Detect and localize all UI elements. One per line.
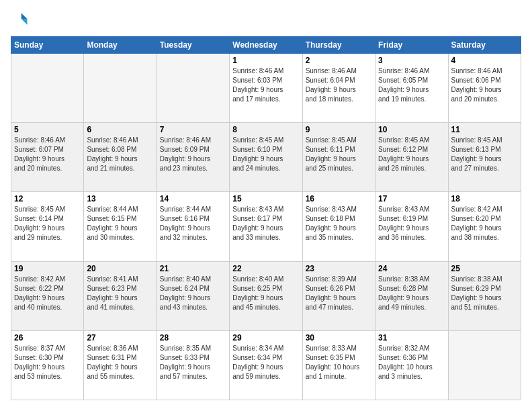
calendar-cell: 4Sunrise: 8:46 AM Sunset: 6:06 PM Daylig… — [448, 54, 521, 123]
day-number: 24 — [378, 264, 445, 273]
calendar-header-wednesday: Wednesday — [230, 37, 302, 54]
day-info: Sunrise: 8:46 AM Sunset: 6:04 PM Dayligh… — [306, 66, 372, 104]
day-info: Sunrise: 8:32 AM Sunset: 6:36 PM Dayligh… — [378, 344, 445, 381]
logo-icon — [11, 11, 30, 30]
page: SundayMondayTuesdayWednesdayThursdayFrid… — [0, 0, 532, 411]
calendar-cell — [11, 54, 84, 123]
day-info: Sunrise: 8:35 AM Sunset: 6:33 PM Dayligh… — [160, 344, 226, 381]
day-number: 8 — [232, 125, 299, 134]
day-info: Sunrise: 8:40 AM Sunset: 6:25 PM Dayligh… — [232, 275, 299, 312]
logo — [11, 11, 32, 30]
calendar-cell: 22Sunrise: 8:40 AM Sunset: 6:25 PM Dayli… — [230, 261, 302, 330]
calendar-cell: 9Sunrise: 8:45 AM Sunset: 6:11 PM Daylig… — [302, 123, 375, 192]
calendar-cell: 8Sunrise: 8:45 AM Sunset: 6:10 PM Daylig… — [230, 123, 302, 192]
day-number: 2 — [306, 56, 372, 65]
day-number: 16 — [306, 194, 372, 203]
calendar-cell: 6Sunrise: 8:46 AM Sunset: 6:08 PM Daylig… — [84, 123, 157, 192]
calendar-cell: 27Sunrise: 8:36 AM Sunset: 6:31 PM Dayli… — [84, 330, 157, 400]
day-info: Sunrise: 8:45 AM Sunset: 6:11 PM Dayligh… — [306, 136, 372, 173]
day-number: 11 — [451, 125, 518, 134]
calendar-header-monday: Monday — [84, 37, 157, 54]
day-info: Sunrise: 8:36 AM Sunset: 6:31 PM Dayligh… — [87, 344, 153, 381]
calendar-cell: 14Sunrise: 8:44 AM Sunset: 6:16 PM Dayli… — [157, 192, 229, 261]
day-info: Sunrise: 8:45 AM Sunset: 6:12 PM Dayligh… — [378, 136, 445, 173]
calendar-week-row: 19Sunrise: 8:42 AM Sunset: 6:22 PM Dayli… — [11, 261, 521, 330]
calendar-cell: 21Sunrise: 8:40 AM Sunset: 6:24 PM Dayli… — [157, 261, 229, 330]
calendar-cell: 23Sunrise: 8:39 AM Sunset: 6:26 PM Dayli… — [302, 261, 375, 330]
calendar-cell: 5Sunrise: 8:46 AM Sunset: 6:07 PM Daylig… — [11, 123, 84, 192]
calendar-cell — [84, 54, 157, 123]
day-number: 18 — [451, 194, 518, 203]
day-number: 5 — [14, 125, 81, 134]
day-number: 23 — [306, 264, 372, 273]
day-info: Sunrise: 8:41 AM Sunset: 6:23 PM Dayligh… — [87, 275, 153, 312]
calendar-header-sunday: Sunday — [11, 37, 84, 54]
day-number: 10 — [378, 125, 445, 134]
day-info: Sunrise: 8:46 AM Sunset: 6:08 PM Dayligh… — [87, 136, 153, 173]
day-info: Sunrise: 8:42 AM Sunset: 6:20 PM Dayligh… — [451, 205, 518, 242]
day-number: 6 — [87, 125, 153, 134]
day-info: Sunrise: 8:45 AM Sunset: 6:14 PM Dayligh… — [14, 205, 81, 242]
calendar-week-row: 26Sunrise: 8:37 AM Sunset: 6:30 PM Dayli… — [11, 330, 521, 400]
calendar-header-saturday: Saturday — [448, 37, 521, 54]
day-number: 9 — [306, 125, 372, 134]
day-info: Sunrise: 8:42 AM Sunset: 6:22 PM Dayligh… — [14, 275, 81, 312]
day-number: 25 — [451, 264, 518, 273]
calendar-cell: 2Sunrise: 8:46 AM Sunset: 6:04 PM Daylig… — [302, 54, 375, 123]
day-info: Sunrise: 8:34 AM Sunset: 6:34 PM Dayligh… — [232, 344, 299, 381]
svg-marker-0 — [21, 13, 28, 19]
day-info: Sunrise: 8:46 AM Sunset: 6:09 PM Dayligh… — [160, 136, 226, 173]
calendar-header-tuesday: Tuesday — [157, 37, 229, 54]
day-number: 3 — [378, 56, 445, 65]
calendar-cell: 7Sunrise: 8:46 AM Sunset: 6:09 PM Daylig… — [157, 123, 229, 192]
day-number: 21 — [160, 264, 226, 273]
day-info: Sunrise: 8:39 AM Sunset: 6:26 PM Dayligh… — [306, 275, 372, 312]
calendar-table: SundayMondayTuesdayWednesdayThursdayFrid… — [11, 36, 521, 400]
day-info: Sunrise: 8:38 AM Sunset: 6:28 PM Dayligh… — [378, 275, 445, 312]
calendar-week-row: 1Sunrise: 8:46 AM Sunset: 6:03 PM Daylig… — [11, 54, 521, 123]
calendar-cell: 16Sunrise: 8:43 AM Sunset: 6:18 PM Dayli… — [302, 192, 375, 261]
calendar-cell: 18Sunrise: 8:42 AM Sunset: 6:20 PM Dayli… — [448, 192, 521, 261]
calendar-cell: 19Sunrise: 8:42 AM Sunset: 6:22 PM Dayli… — [11, 261, 84, 330]
calendar-week-row: 5Sunrise: 8:46 AM Sunset: 6:07 PM Daylig… — [11, 123, 521, 192]
day-info: Sunrise: 8:37 AM Sunset: 6:30 PM Dayligh… — [14, 344, 81, 381]
calendar-cell: 3Sunrise: 8:46 AM Sunset: 6:05 PM Daylig… — [375, 54, 448, 123]
calendar-cell: 29Sunrise: 8:34 AM Sunset: 6:34 PM Dayli… — [230, 330, 302, 400]
day-number: 12 — [14, 194, 81, 203]
calendar-cell: 1Sunrise: 8:46 AM Sunset: 6:03 PM Daylig… — [230, 54, 302, 123]
calendar-cell: 25Sunrise: 8:38 AM Sunset: 6:29 PM Dayli… — [448, 261, 521, 330]
calendar-header-friday: Friday — [375, 37, 448, 54]
calendar-cell: 30Sunrise: 8:33 AM Sunset: 6:35 PM Dayli… — [302, 330, 375, 400]
day-info: Sunrise: 8:45 AM Sunset: 6:10 PM Dayligh… — [232, 136, 299, 173]
header — [11, 11, 521, 30]
day-info: Sunrise: 8:40 AM Sunset: 6:24 PM Dayligh… — [160, 275, 226, 312]
day-info: Sunrise: 8:43 AM Sunset: 6:17 PM Dayligh… — [232, 205, 299, 242]
day-info: Sunrise: 8:46 AM Sunset: 6:07 PM Dayligh… — [14, 136, 81, 173]
day-info: Sunrise: 8:45 AM Sunset: 6:13 PM Dayligh… — [451, 136, 518, 173]
day-number: 27 — [87, 333, 153, 342]
calendar-cell: 13Sunrise: 8:44 AM Sunset: 6:15 PM Dayli… — [84, 192, 157, 261]
calendar-cell: 26Sunrise: 8:37 AM Sunset: 6:30 PM Dayli… — [11, 330, 84, 400]
calendar-cell: 20Sunrise: 8:41 AM Sunset: 6:23 PM Dayli… — [84, 261, 157, 330]
day-info: Sunrise: 8:38 AM Sunset: 6:29 PM Dayligh… — [451, 275, 518, 312]
day-number: 20 — [87, 264, 153, 273]
day-info: Sunrise: 8:44 AM Sunset: 6:15 PM Dayligh… — [87, 205, 153, 242]
calendar-cell: 28Sunrise: 8:35 AM Sunset: 6:33 PM Dayli… — [157, 330, 229, 400]
day-number: 17 — [378, 194, 445, 203]
day-info: Sunrise: 8:44 AM Sunset: 6:16 PM Dayligh… — [160, 205, 226, 242]
calendar-cell: 10Sunrise: 8:45 AM Sunset: 6:12 PM Dayli… — [375, 123, 448, 192]
day-number: 4 — [451, 56, 518, 65]
calendar-cell: 24Sunrise: 8:38 AM Sunset: 6:28 PM Dayli… — [375, 261, 448, 330]
day-number: 28 — [160, 333, 226, 342]
calendar-cell — [448, 330, 521, 400]
day-number: 26 — [14, 333, 81, 342]
calendar-header-thursday: Thursday — [302, 37, 375, 54]
calendar-cell: 15Sunrise: 8:43 AM Sunset: 6:17 PM Dayli… — [230, 192, 302, 261]
day-number: 15 — [232, 194, 299, 203]
calendar-cell — [157, 54, 229, 123]
day-info: Sunrise: 8:46 AM Sunset: 6:03 PM Dayligh… — [232, 66, 299, 104]
day-number: 1 — [232, 56, 299, 65]
calendar-cell: 31Sunrise: 8:32 AM Sunset: 6:36 PM Dayli… — [375, 330, 448, 400]
day-number: 14 — [160, 194, 226, 203]
calendar-header-row: SundayMondayTuesdayWednesdayThursdayFrid… — [11, 37, 521, 54]
